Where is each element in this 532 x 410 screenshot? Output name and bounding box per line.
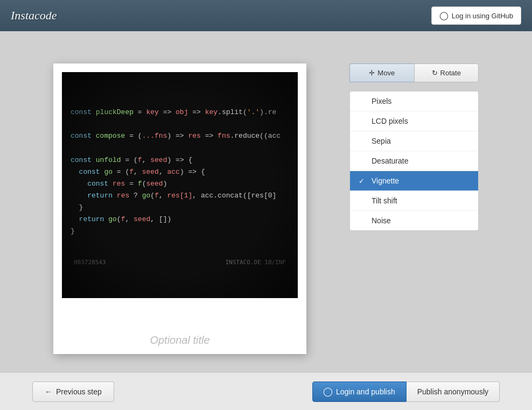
filter-label-sepia: Sepia	[372, 137, 391, 145]
publish-anonymously-button[interactable]: Publish anonymously	[407, 381, 500, 402]
polaroid-title[interactable]: Optional title	[53, 334, 306, 347]
previous-step-button[interactable]: ← Previous step	[32, 381, 114, 402]
watermark: 003728543 INSTACO.DE 18/INF	[71, 259, 289, 266]
watermark-id: 003728543	[74, 259, 106, 266]
filter-item-vignette[interactable]: ✓ Vignette	[350, 171, 478, 191]
polaroid-card: const pluckDeep = key => obj => key.spli…	[53, 63, 306, 354]
previous-step-label: Previous step	[56, 387, 102, 396]
arrow-left-icon: ←	[45, 387, 52, 396]
rotate-label: Rotate	[440, 69, 461, 77]
rotate-button[interactable]: ↻ Rotate	[414, 63, 479, 82]
filter-label-desaturate: Desaturate	[372, 157, 408, 165]
main-content: const pluckDeep = key => obj => key.spli…	[0, 31, 532, 376]
move-button[interactable]: ✛ Move	[349, 63, 414, 82]
filter-label-vignette: Vignette	[372, 176, 399, 185]
code-block: const pluckDeep = key => obj => key.spli…	[62, 72, 298, 248]
filter-item-sepia[interactable]: Sepia	[350, 131, 478, 151]
filter-item-desaturate[interactable]: Desaturate	[350, 151, 478, 171]
filter-item-lcd-pixels[interactable]: LCD pixels	[350, 111, 478, 131]
filter-item-pixels[interactable]: Pixels	[350, 91, 478, 111]
login-github-button[interactable]: ◯ Log in using GitHub	[431, 6, 521, 25]
login-github-label: Log in using GitHub	[452, 12, 513, 20]
move-icon: ✛	[369, 69, 375, 77]
watermark-url: INSTACO.DE 18/INF	[225, 259, 286, 266]
header: Instacode ◯ Log in using GitHub	[0, 0, 532, 31]
bottom-bar: ← Previous step ◯ Login and publish Publ…	[0, 372, 532, 410]
checkmark-sepia	[359, 137, 367, 145]
github-icon: ◯	[439, 11, 449, 20]
filter-label-noise: Noise	[372, 216, 391, 225]
checkmark-vignette: ✓	[359, 177, 367, 185]
rotate-icon: ↻	[432, 69, 438, 77]
filter-label-tilt-shift: Tilt shift	[372, 196, 397, 205]
login-publish-label: Login and publish	[336, 387, 395, 396]
filter-item-noise[interactable]: Noise	[350, 211, 478, 230]
filter-label-lcd-pixels: LCD pixels	[372, 117, 408, 125]
right-panel: ✛ Move ↻ Rotate Pixels LCD pixels Sepia	[349, 63, 479, 231]
checkmark-pixels	[359, 97, 367, 105]
checkmark-lcd-pixels	[359, 117, 367, 125]
filter-label-pixels: Pixels	[372, 97, 391, 105]
move-label: Move	[377, 69, 395, 77]
github-publish-icon: ◯	[324, 387, 332, 396]
app-logo: Instacode	[11, 9, 57, 23]
filter-item-tilt-shift[interactable]: Tilt shift	[350, 191, 478, 211]
filter-list: Pixels LCD pixels Sepia Desaturate ✓ Vig…	[349, 91, 479, 231]
move-rotate-toggle: ✛ Move ↻ Rotate	[349, 63, 479, 82]
checkmark-tilt-shift	[359, 197, 367, 205]
code-image: const pluckDeep = key => obj => key.spli…	[62, 72, 298, 298]
publish-actions: ◯ Login and publish Publish anonymously	[312, 381, 500, 402]
checkmark-desaturate	[359, 157, 367, 165]
login-publish-button[interactable]: ◯ Login and publish	[312, 381, 407, 402]
checkmark-noise	[359, 217, 367, 225]
publish-anonymously-label: Publish anonymously	[417, 387, 488, 396]
